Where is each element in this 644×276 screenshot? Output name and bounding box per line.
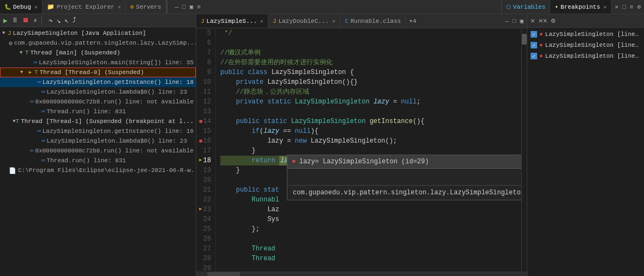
bp-checkbox-1[interactable]: ✓ — [531, 31, 537, 38]
suspend-btn[interactable]: ⏸ — [10, 16, 20, 25]
line-num-15: 15 — [201, 126, 211, 136]
maximize-btn[interactable]: □ — [181, 3, 187, 11]
tab-debug-close[interactable]: ✕ — [34, 4, 38, 10]
code-token: ; — [417, 97, 420, 107]
minimize-btn[interactable]: — — [174, 3, 180, 11]
main-window: 🐛 Debug ✕ 📁 Project Explorer ✕ ⚙ Servers… — [0, 0, 644, 276]
bp-checkbox-3[interactable]: ✓ — [531, 53, 537, 59]
disconnect-btn[interactable]: ⚡ — [32, 16, 39, 26]
code-token: //在外部需要使用的时候才进行实例化 — [220, 58, 333, 68]
code-token: ){ — [311, 126, 318, 136]
tab-variables[interactable]: ⬡ Variables — [502, 0, 550, 14]
thread-main-icon: T — [25, 50, 29, 56]
right-restore-btn[interactable]: ≡ — [629, 3, 635, 11]
tab-breakpoints-close[interactable]: ✕ — [604, 4, 607, 10]
editor-maximize-btn[interactable]: □ — [511, 17, 517, 26]
overflow-label: ▾4 — [409, 17, 416, 24]
code-line-29 — [220, 263, 517, 272]
code-token: ( — [260, 126, 263, 136]
code-token — [220, 185, 236, 195]
editor-tab-lazy-double-close[interactable]: ✕ — [332, 18, 335, 24]
line-num-17: 17 — [201, 146, 211, 156]
bp-remove-btn[interactable]: ✕ — [529, 15, 536, 26]
bp-settings-btn[interactable]: ⚙ — [550, 15, 556, 26]
frame-1-thread-run-icon: ═ — [41, 157, 45, 164]
horizontal-scrollbar[interactable] — [196, 272, 527, 277]
right-maximize-btn[interactable]: □ — [621, 3, 627, 11]
tab-servers[interactable]: ⚙ Servers — [126, 0, 166, 14]
code-token: (){ — [413, 116, 425, 126]
tree-item-thread-main[interactable]: ▼ T Thread [main] (Suspended) — [0, 48, 196, 58]
editor-tab-overflow[interactable]: ▾4 — [406, 17, 419, 24]
code-token: LazySimpleSingleton — [295, 97, 374, 107]
tab-variables-label: Variables — [513, 4, 545, 10]
menu-btn[interactable]: ≡ — [196, 3, 202, 11]
tree-item-frame-1-thread-run[interactable]: ═ Thread.run() line: 831 — [0, 156, 196, 165]
tree-item-frame-0-thread-run[interactable]: ═ Thread.run() line: 831 — [0, 107, 196, 116]
bp-label-3: LazySimpleSingleton [line... — [545, 53, 641, 59]
tree-item-frame-0-lambda[interactable]: ═ LazySimpleSingleton.lambda$0() line: 2… — [0, 87, 196, 97]
return-btn[interactable]: ⤴ — [71, 16, 77, 25]
right-minimize-btn[interactable]: ✕ — [614, 2, 620, 11]
tab-project-close[interactable]: ✕ — [118, 4, 121, 10]
code-line-28: Thread — [220, 254, 517, 263]
tree-item-frame-0-run[interactable]: ═ 0x00000008000c72b8.run() line: not ava… — [0, 97, 196, 107]
line-num-21: 21 — [201, 185, 211, 195]
vertical-scrollbar[interactable] — [521, 28, 527, 272]
line-num-18: ➤18 — [201, 156, 211, 165]
editor-tab-lazy-double[interactable]: J LazyDoubleC... ✕ — [268, 14, 340, 28]
tree-item-frame-main[interactable]: ═ LazySimpleSingleton.main(String[]) lin… — [0, 58, 196, 68]
editor-restore-btn[interactable]: ▣ — [519, 16, 525, 26]
code-line-5: */ — [220, 28, 517, 38]
tree-item-app[interactable]: ▼ J LazySimpeSingleton [Java Application… — [0, 28, 196, 38]
code-token: LazySimpleSingleton — [291, 116, 370, 126]
editor-tab-lazy-double-label: LazyDoubleC... — [279, 18, 329, 24]
code-content[interactable]: */ //懒汉式单例 //在外部需要使用的时候才进行实例化 public cla… — [216, 28, 521, 272]
editor-tab-lazy-simple[interactable]: J LazySimpleS... ✕ — [196, 14, 268, 28]
editor-minimize-btn[interactable]: — — [504, 17, 510, 26]
tree-item-filepath[interactable]: 📄 C:\Program Files\Eclipse\eclipse-jee-2… — [0, 165, 196, 175]
bp-list-item-3[interactable]: ✓ ● LazySimpleSingleton [line... — [527, 51, 644, 62]
lazy-simple-icon: J — [201, 18, 204, 24]
tree-item-frame-0-selected[interactable]: ═ LazySimpleSingleton.getInstance() line… — [0, 77, 196, 87]
tree-item-frame-1-run[interactable]: ═ 0x00000008000c72b8.run() line: not ava… — [0, 146, 196, 156]
frame-1-run-icon: ═ — [30, 148, 34, 154]
tree-label-filepath: C:\Program Files\Eclipse\eclipse-jee-202… — [18, 167, 196, 174]
tab-breakpoints[interactable]: • Breakpoints ✕ — [550, 0, 611, 14]
stepinto-btn[interactable]: ↘ — [55, 16, 62, 26]
variables-icon: ⬡ — [506, 4, 511, 10]
code-line-24: Sys — [220, 214, 517, 224]
tree-item-class[interactable]: ⚙ com.gupaoedu.vip.pattern.singleton.laz… — [0, 38, 196, 48]
line-num-22: 22 — [201, 195, 211, 205]
restore-btn[interactable]: ▣ — [189, 2, 195, 11]
stop-btn[interactable]: ⏹ — [21, 16, 31, 25]
bp-list-item-2[interactable]: ✓ ● LazySimpleSingleton [line... — [527, 40, 644, 51]
line-num-16: ●16 — [201, 136, 211, 146]
bp-list-item-1[interactable]: ✓ ● LazySimpleSingleton [line... — [527, 29, 644, 40]
code-token: } — [220, 146, 256, 156]
tree-item-frame-1-lambda[interactable]: ═ LazySimpleSingleton.lambda$0() line: 2… — [0, 136, 196, 146]
right-settings-btn[interactable]: ⚙ — [636, 2, 642, 11]
debug-tree: ▼ J LazySimpeSingleton [Java Application… — [0, 27, 196, 276]
resume-btn[interactable]: ▶ — [2, 16, 9, 26]
code-line-6 — [220, 38, 517, 48]
editor-tab-lazy-simple-close[interactable]: ✕ — [260, 18, 263, 24]
tree-item-thread-1[interactable]: ▼ T Thread [Thread-1] (Suspended (breakp… — [0, 116, 196, 126]
line-num-13: 13 — [201, 107, 211, 116]
stepout-btn[interactable]: ↖ — [63, 16, 70, 26]
tree-item-thread-0[interactable]: ▼ ➤ T Thread [Thread-0] (Suspended) — [0, 68, 196, 77]
bp-remove-all-btn[interactable]: ✕✕ — [538, 15, 549, 26]
stepover-btn[interactable]: ↷ — [47, 16, 54, 26]
class-icon: ⚙ — [9, 40, 13, 47]
code-line-8: //在外部需要使用的时候才进行实例化 — [220, 58, 517, 68]
editor-tab-runnable[interactable]: C Runnable.class — [340, 14, 406, 28]
bp-icon-3: ● — [539, 53, 543, 59]
tree-item-frame-1-gi[interactable]: ═ LazySimpleSingleton.getInstance() line… — [0, 126, 196, 136]
bp-checkbox-2[interactable]: ✓ — [531, 42, 537, 48]
tab-project-explorer[interactable]: 📁 Project Explorer ✕ — [43, 0, 126, 14]
code-token: */ — [220, 28, 232, 38]
frame-0-icon: ═ — [37, 79, 41, 85]
tab-debug[interactable]: 🐛 Debug ✕ — [0, 0, 43, 14]
debug-icon: 🐛 — [4, 4, 11, 10]
runnable-icon: C — [345, 18, 348, 24]
